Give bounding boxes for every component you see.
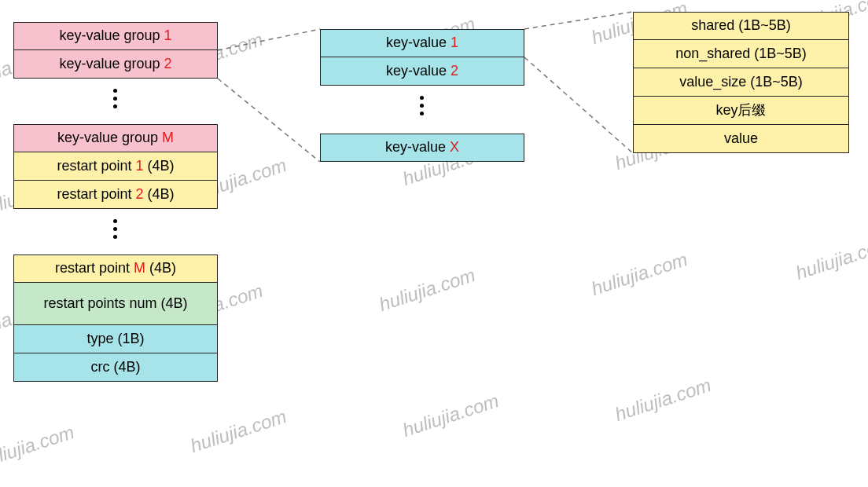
kv-group-2: key-value group 2: [13, 50, 218, 79]
watermark: huliujia.com: [400, 390, 502, 441]
key-value-x: key-value X: [320, 134, 524, 162]
label: key后缀: [715, 102, 766, 119]
label: key-value 2: [386, 63, 458, 80]
label: value: [724, 130, 758, 148]
label: restart points num (4B): [43, 295, 187, 313]
vdots-icon: [420, 96, 424, 115]
crc: crc (4B): [13, 353, 218, 382]
svg-line-0: [218, 29, 320, 50]
field-shared: shared (1B~5B): [633, 12, 849, 40]
field-key-suffix: key后缀: [633, 97, 849, 125]
key-value-2: key-value 2: [320, 57, 524, 86]
restart-point-1: restart point 1 (4B): [13, 152, 218, 181]
label: key-value X: [385, 139, 459, 156]
kv-group-1: key-value group 1: [13, 22, 218, 50]
label: value_size (1B~5B): [679, 74, 803, 91]
field-value-size: value_size (1B~5B): [633, 68, 849, 97]
watermark: huliujia.com: [589, 248, 690, 300]
svg-line-1: [218, 79, 320, 162]
field-value: value: [633, 125, 849, 153]
label: crc (4B): [91, 359, 141, 376]
watermark: huliujia.com: [793, 233, 868, 284]
type: type (1B): [13, 325, 218, 353]
label: non_shared (1B~5B): [675, 46, 807, 63]
watermark: huliujia.com: [377, 264, 478, 316]
svg-line-2: [524, 12, 633, 29]
svg-line-3: [524, 57, 633, 153]
restart-point-m: restart point M (4B): [13, 254, 218, 283]
kv-group-m: key-value group M: [13, 124, 218, 152]
label: key-value group 1: [59, 27, 171, 45]
restart-point-2: restart point 2 (4B): [13, 181, 218, 209]
label: shared (1B~5B): [691, 17, 791, 35]
field-non-shared: non_shared (1B~5B): [633, 40, 849, 68]
label: key-value group 2: [59, 56, 171, 73]
watermark: huliujia.com: [188, 405, 289, 457]
vdots-icon: [113, 219, 117, 239]
key-value-1: key-value 1: [320, 29, 524, 57]
label: restart point 1 (4B): [57, 158, 174, 175]
label: key-value group M: [57, 130, 174, 147]
restart-points-num: restart points num (4B): [13, 283, 218, 325]
watermark: huliujia.com: [0, 421, 77, 473]
label: restart point M (4B): [55, 260, 176, 277]
label: key-value 1: [386, 35, 458, 52]
label: type (1B): [86, 331, 144, 348]
vdots-icon: [113, 89, 117, 108]
watermark: huliujia.com: [612, 374, 714, 426]
label: restart point 2 (4B): [57, 186, 174, 203]
